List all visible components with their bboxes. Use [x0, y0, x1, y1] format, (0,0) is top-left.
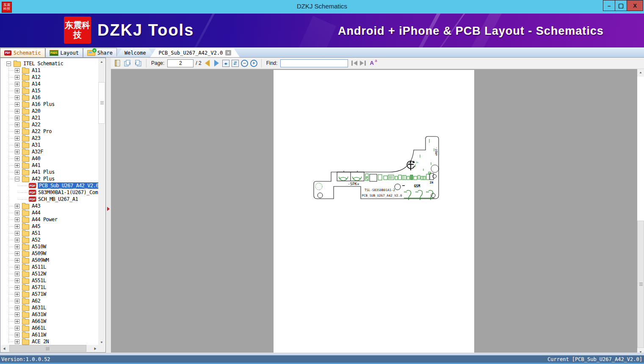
expand-icon[interactable] [15, 224, 19, 229]
collapse-icon[interactable] [15, 177, 19, 181]
expand-icon[interactable] [15, 95, 19, 100]
tree-item-folder[interactable]: A510W [1, 243, 99, 250]
tree-item-folder[interactable]: A511L [1, 264, 99, 270]
expand-icon[interactable] [15, 89, 19, 93]
tree-vertical-scrollbar[interactable] [98, 58, 105, 345]
tree-item-folder[interactable]: A11 [1, 67, 99, 74]
expand-icon[interactable] [15, 306, 19, 310]
rotate-right-icon[interactable] [123, 59, 132, 67]
expand-icon[interactable] [15, 258, 19, 263]
expand-icon[interactable] [15, 339, 19, 344]
close-tab-icon[interactable] [225, 50, 231, 56]
tree-item-folder[interactable]: ITEL Schematic [1, 60, 99, 67]
tree-item-folder[interactable]: A661L [1, 325, 99, 331]
tree-item-folder[interactable]: A551L [1, 277, 99, 284]
zoom-out-button[interactable] [241, 60, 248, 67]
scroll-up-icon[interactable] [98, 58, 105, 65]
expand-icon[interactable] [15, 150, 19, 154]
tree-item-folder[interactable]: A14 [1, 81, 99, 87]
tree-item-folder[interactable]: A661W [1, 318, 99, 325]
tree-item-pdf[interactable]: PDFSCH_MB_U267_A1 [1, 196, 99, 203]
expand-icon[interactable] [15, 272, 19, 276]
tree-item-folder[interactable]: A631W [1, 311, 99, 318]
expand-icon[interactable] [15, 319, 19, 324]
zoom-in-button[interactable] [250, 60, 257, 67]
expand-icon[interactable] [15, 299, 19, 303]
tree-item-folder[interactable]: A62 [1, 297, 99, 304]
expand-icon[interactable] [15, 231, 19, 236]
new-page-icon[interactable] [113, 59, 121, 67]
expand-icon[interactable] [15, 116, 19, 120]
tree-item-folder[interactable]: A509WM [1, 257, 99, 264]
expand-icon[interactable] [15, 102, 19, 107]
next-page-button[interactable] [214, 60, 219, 67]
tree-item-folder[interactable]: A41 Plus [1, 169, 99, 175]
tree-item-folder[interactable]: A23 [1, 135, 99, 142]
scroll-up-icon[interactable] [637, 69, 644, 76]
expand-icon[interactable] [15, 285, 19, 290]
expand-icon[interactable] [15, 143, 19, 147]
tree-item-folder[interactable]: A32F [1, 148, 99, 155]
tree-item-folder[interactable]: A21 [1, 114, 99, 121]
tab-layout[interactable]: PADS Layout [45, 48, 83, 57]
expand-icon[interactable] [15, 170, 19, 175]
scroll-right-icon[interactable] [92, 345, 99, 352]
tree-item-folder[interactable]: A44 Power [1, 216, 99, 223]
minimize-button[interactable] [603, 0, 615, 11]
expand-icon[interactable] [15, 251, 19, 256]
fit-page-button[interactable] [232, 60, 239, 67]
tree-item-folder[interactable]: A15 [1, 87, 99, 94]
expand-icon[interactable] [15, 156, 19, 161]
scroll-left-icon[interactable] [1, 345, 8, 352]
tree-scrollbar-thumb[interactable] [98, 82, 105, 124]
tree-item-folder[interactable]: A51 [1, 230, 99, 236]
close-button[interactable] [627, 0, 643, 11]
expand-icon[interactable] [15, 292, 19, 297]
find-next-icon[interactable] [359, 60, 367, 67]
expand-icon[interactable] [15, 122, 19, 127]
tree-item-folder[interactable]: A16 Plus [1, 101, 99, 108]
panel-splitter[interactable] [106, 58, 111, 353]
fit-width-button[interactable] [222, 60, 229, 67]
match-case-icon[interactable] [369, 59, 377, 67]
tree-item-pdf[interactable]: PDFPCB_Sub_U267_A42_V2.0 [1, 182, 99, 189]
expand-icon[interactable] [15, 211, 19, 215]
document-scrollbar-thumb[interactable] [637, 221, 644, 348]
tree-item-folder[interactable]: A22 Pro [1, 128, 99, 135]
expand-icon[interactable] [15, 163, 19, 168]
expand-icon[interactable] [15, 68, 19, 73]
tree-item-folder[interactable]: ACE 2N [1, 338, 99, 345]
tree-horizontal-scrollbar[interactable] [1, 345, 99, 352]
document-vertical-scrollbar[interactable] [637, 69, 644, 355]
doc-tab-welcome[interactable]: Welcome [116, 48, 155, 57]
tree-item-pdf[interactable]: PDFS83M00BA1-1(U267)_Compone [1, 189, 99, 196]
find-input[interactable] [280, 59, 348, 67]
expand-icon[interactable] [15, 333, 19, 337]
rotate-left-icon[interactable] [134, 59, 142, 67]
expand-icon[interactable] [15, 136, 19, 141]
tree-item-folder[interactable]: A12 [1, 74, 99, 81]
expand-icon[interactable] [15, 82, 19, 86]
pdf-viewport[interactable]: -SPK+ [111, 69, 637, 353]
scroll-down-icon[interactable] [98, 339, 105, 345]
expand-icon[interactable] [15, 326, 19, 331]
tree-hscrollbar-thumb[interactable] [9, 345, 86, 352]
tree-item-folder[interactable]: A41 [1, 162, 99, 169]
expand-icon[interactable] [15, 75, 19, 80]
tab-schematic[interactable]: PDF Schematic [0, 48, 45, 57]
tree-item-folder[interactable]: A20 [1, 108, 99, 114]
expand-icon[interactable] [15, 217, 19, 222]
tree-item-folder[interactable]: A44 [1, 209, 99, 216]
scrollbar-track[interactable] [637, 77, 644, 220]
tree-item-folder[interactable]: A16 [1, 94, 99, 101]
tree-item-folder[interactable]: A52 [1, 236, 99, 243]
doc-tab-current[interactable]: PCB_Sub_U267_A42_V2.0 [150, 48, 240, 57]
tree-item-folder[interactable]: A631L [1, 304, 99, 311]
expand-icon[interactable] [15, 278, 19, 283]
find-previous-icon[interactable] [350, 60, 359, 67]
expand-icon[interactable] [15, 129, 19, 134]
maximize-button[interactable] [615, 0, 627, 11]
tree-item-folder[interactable]: A22 [1, 121, 99, 128]
tree-item-folder[interactable]: A571L [1, 284, 99, 291]
page-number-input[interactable] [167, 59, 193, 67]
